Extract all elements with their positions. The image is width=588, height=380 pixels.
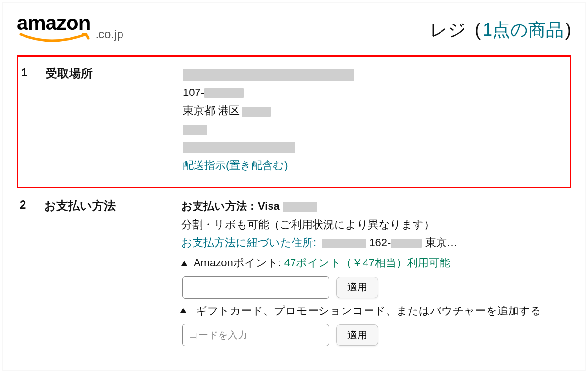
- redacted-ward-extra: [242, 107, 271, 117]
- redacted-billing-zip: [391, 239, 422, 248]
- cart-summary-link[interactable]: 1点の商品: [483, 18, 564, 42]
- installment-note: 分割・リボも可能（ご利用状況により異なります）: [181, 215, 571, 234]
- pickup-location-section: 1 受取場所 107- 東京都 港区 配送指示(置き配含む): [18, 57, 570, 187]
- amazon-points-value: 47ポイント（￥47相当）利用可能: [284, 257, 450, 269]
- amazon-logo-suffix: .co.jp: [95, 27, 123, 42]
- checkout-header: amazon .co.jp レジ ( 1点の商品 ): [17, 13, 571, 50]
- redacted-billing-name: [322, 239, 366, 248]
- payment-body: お支払い方法：Visa 分割・リボも可能（ご利用状況により異なります） お支払方…: [181, 197, 571, 349]
- amazon-logo[interactable]: amazon .co.jp: [17, 13, 123, 42]
- billing-address-label: お支払方法に紐づいた住所:: [181, 237, 316, 249]
- gift-code-accordion-label: ギフトカード、プロモーションコード、またはバウチャーを追加する: [196, 302, 541, 320]
- step-title-2: お支払い方法: [44, 197, 181, 214]
- billing-city-trail: 東京…: [425, 237, 458, 249]
- gift-code-apply-button[interactable]: 適用: [336, 324, 378, 346]
- billing-zip-prefix: 162-: [369, 237, 391, 249]
- step-number-2: 2: [20, 197, 44, 212]
- redacted-card-last4: [283, 202, 317, 212]
- step-title-1: 受取場所: [46, 65, 183, 81]
- billing-address-line: お支払方法に紐づいた住所: 162- 東京…: [181, 234, 571, 252]
- chevron-up-icon: [180, 308, 186, 313]
- payment-section: 2 お支払い方法 お支払い方法：Visa 分割・リボも可能（ご利用状況により異な…: [17, 188, 571, 356]
- gift-code-row: 適用: [182, 324, 571, 346]
- step-number-1: 1: [21, 65, 46, 79]
- pickup-address: 107- 東京都 港区 配送指示(置き配含む): [183, 65, 564, 175]
- amazon-logo-text: amazon: [17, 13, 90, 33]
- redacted-line4: [183, 125, 207, 135]
- paren-close: ): [565, 20, 571, 40]
- chevron-up-icon: [181, 261, 187, 266]
- payment-method-line: お支払い方法：Visa: [181, 197, 571, 215]
- redacted-name: [183, 69, 354, 81]
- amazon-points-row[interactable]: Amazonポイント: 47ポイント（￥47相当）利用可能: [181, 254, 571, 272]
- gift-code-input[interactable]: [182, 324, 329, 346]
- paren-open: (: [475, 20, 481, 40]
- pickup-location-highlight: 1 受取場所 107- 東京都 港区 配送指示(置き配含む): [17, 55, 571, 188]
- zip-prefix: 107-: [183, 86, 204, 98]
- amazon-smile-icon: [17, 33, 90, 42]
- checkout-label: レジ: [430, 18, 466, 42]
- checkout-title: レジ ( 1点の商品 ): [430, 18, 571, 42]
- points-apply-button[interactable]: 適用: [336, 277, 378, 298]
- city-part: 東京都 港区: [183, 104, 240, 117]
- redacted-line5: [183, 142, 295, 153]
- points-apply-row: 適用: [182, 276, 571, 299]
- redacted-zip: [204, 88, 244, 98]
- delivery-instructions-link[interactable]: 配送指示(置き配含む): [183, 159, 288, 171]
- payment-method-label: お支払い方法：Visa: [181, 200, 283, 212]
- gift-code-accordion[interactable]: ギフトカード、プロモーションコード、またはバウチャーを追加する: [181, 302, 571, 320]
- points-input[interactable]: [182, 276, 329, 299]
- amazon-points-label: Amazonポイント:: [194, 257, 284, 269]
